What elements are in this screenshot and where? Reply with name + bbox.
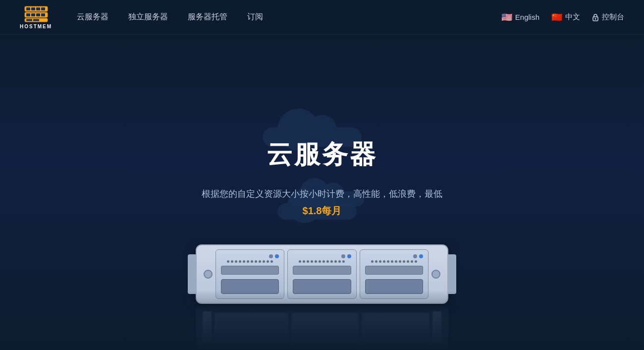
panel-dot-active [347,254,351,258]
hero-subtitle: 根据您的自定义资源大小按小时计费，高性能，低浪费，最低 $1.8每月 [202,186,442,220]
svg-rect-7 [31,13,35,16]
svg-rect-4 [41,7,45,10]
navbar: HOSTMEM 云服务器 独立服务器 服务器托管 订阅 🇺🇸 English 🇨… [0,0,644,35]
screw-left [204,270,213,279]
hero-subtitle-text: 根据您的自定义资源大小按小时计费，高性能，低浪费，最低 [202,189,442,199]
ground-fade [0,291,644,350]
nav-subscription[interactable]: 订阅 [247,9,263,25]
lang-chinese-label: 中文 [565,12,580,22]
panel-dot-active [419,254,423,258]
hero-title: 云服务器 [267,137,377,172]
control-panel-button[interactable]: 控制台 [592,12,624,22]
svg-rect-12 [33,19,39,21]
panel-dot [413,254,417,258]
svg-point-14 [595,18,596,19]
nav-links: 云服务器 独立服务器 服务器托管 订阅 [77,9,501,25]
panel-drives-1 [221,266,279,294]
logo[interactable]: HOSTMEM [20,5,52,29]
cn-flag-icon: 🇨🇳 [551,12,562,23]
svg-rect-9 [41,13,45,16]
panel-drives-2 [293,266,351,294]
svg-rect-6 [26,13,30,16]
svg-rect-1 [26,7,30,10]
us-flag-icon: 🇺🇸 [501,12,512,23]
svg-rect-3 [36,7,40,10]
lang-english-button[interactable]: 🇺🇸 English [501,12,539,23]
hero-price: $1.8每月 [303,205,342,216]
lang-chinese-button[interactable]: 🇨🇳 中文 [551,12,580,23]
panel-dots-1 [269,254,279,258]
nav-server-hosting[interactable]: 服务器托管 [188,9,227,25]
panel-dot-active [275,254,279,258]
screw-right [431,270,440,279]
logo-text: HOSTMEM [20,24,52,29]
panel-drives-3 [365,266,423,294]
svg-rect-8 [36,13,40,16]
drive-slot [365,266,423,275]
panel-dots-3 [413,254,423,258]
drive-slot [221,266,279,275]
svg-rect-2 [31,7,35,10]
nav-cloud-server[interactable]: 云服务器 [77,9,108,25]
control-panel-label: 控制台 [602,12,624,22]
drive-slot [293,266,351,275]
panel-dots-2 [341,254,351,258]
nav-right: 🇺🇸 English 🇨🇳 中文 控制台 [501,12,624,23]
panel-dot [269,254,273,258]
lock-icon [592,13,599,21]
lang-english-label: English [515,13,539,21]
svg-rect-11 [26,19,32,21]
hero-section: 云服务器 根据您的自定义资源大小按小时计费，高性能，低浪费，最低 $1.8每月 [0,35,644,350]
nav-dedicated-server[interactable]: 独立服务器 [128,9,168,25]
panel-dot [341,254,345,258]
